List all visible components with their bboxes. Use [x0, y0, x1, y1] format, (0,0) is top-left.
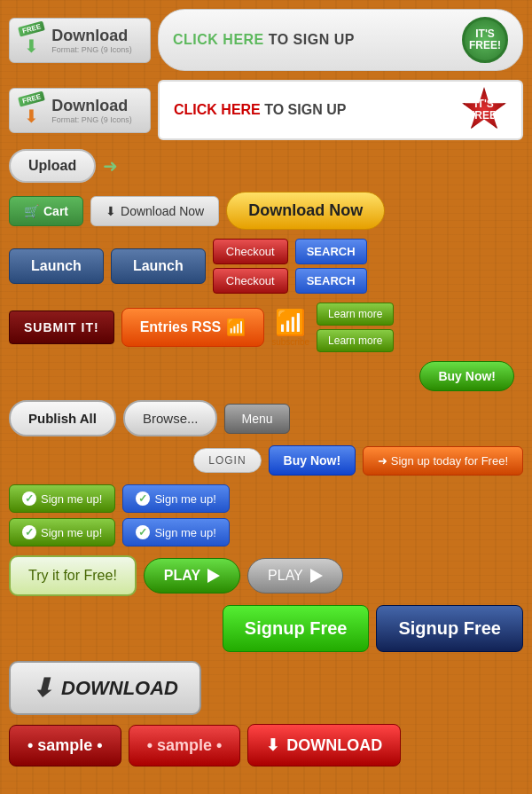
download-big-label: DOWNLOAD	[61, 677, 178, 700]
launch-button-1[interactable]: Launch	[9, 248, 104, 284]
download-now-yellow-button[interactable]: Download Now	[226, 192, 385, 230]
sign-me-up-blue-1[interactable]: ✓ Sign me up!	[122, 484, 229, 513]
download-now-gray-label: Download Now	[121, 204, 204, 218]
try-it-free-button[interactable]: Try it for Free!	[9, 555, 137, 596]
sample-button-2[interactable]: • sample •	[129, 725, 241, 766]
rss-icon: 📶	[275, 308, 306, 337]
rss-subscribe-block: 📶 subscribe	[271, 308, 309, 347]
learn-more-button-2[interactable]: Learn more	[317, 329, 394, 352]
checkout-column: Checkout Checkout	[213, 239, 288, 294]
download-icon-2: FREE ⬇	[19, 94, 44, 127]
learn-more-column: Learn more Learn more	[317, 303, 394, 352]
download-red-button[interactable]: ⬇ DOWNLOAD	[247, 724, 401, 766]
free-tag-1: FREE	[18, 20, 45, 36]
row-14: • sample • • sample • ⬇ DOWNLOAD	[9, 724, 523, 766]
signup-text-2: CLICK HERE TO SIGN UP	[174, 102, 346, 118]
play-gray-label: PLAY	[268, 568, 303, 584]
download-icon-1: FREE ⬇	[19, 24, 44, 57]
play-gray-button[interactable]: PLAY	[247, 558, 343, 594]
entries-rss-label: Entries RSS	[140, 319, 222, 335]
arrow-right-icon: ➜	[103, 155, 118, 177]
play-triangle-icon-gray	[310, 569, 323, 583]
sample-button-1[interactable]: • sample •	[9, 725, 121, 766]
download-text-1: Download Format: PNG (9 Icons)	[51, 27, 132, 54]
click-here-2: CLICK HERE	[174, 102, 261, 117]
buy-now-green-button[interactable]: Buy Now!	[419, 361, 514, 391]
entries-rss-button[interactable]: Entries RSS 📶	[121, 308, 265, 347]
row-4: 🛒 Cart ⬇ Download Now Download Now	[9, 192, 523, 230]
checkout-button-1[interactable]: Checkout	[213, 239, 288, 264]
launch-button-2[interactable]: Launch	[111, 248, 206, 284]
checkmark-icon-1: ✓	[22, 491, 36, 506]
browse-button[interactable]: Browse...	[123, 400, 218, 436]
menu-button[interactable]: Menu	[224, 404, 289, 434]
play-green-label: PLAY	[164, 568, 200, 584]
sign-me-up-blue-1-label: Sign me up!	[154, 492, 215, 506]
arrow-down-icon-2: ⬇	[24, 106, 39, 127]
play-triangle-icon	[207, 569, 220, 583]
download-btn-1[interactable]: FREE ⬇ Download Format: PNG (9 Icons)	[9, 18, 151, 63]
cart-button[interactable]: 🛒 Cart	[9, 196, 83, 226]
itsfree-badge-1: IT'SFREE!	[462, 17, 508, 63]
sign-me-up-green-1[interactable]: ✓ Sign me up!	[9, 484, 115, 513]
search-button-1[interactable]: SEARCH	[295, 239, 367, 264]
signup-free-dark-button[interactable]: Signup Free	[376, 605, 523, 652]
checkmark-icon-2: ✓	[22, 525, 36, 539]
download-now-gray-button[interactable]: ⬇ Download Now	[90, 196, 219, 226]
download-title-2: Download	[51, 97, 132, 115]
login-wrapper: LOGIN	[9, 448, 262, 473]
signup-today-button[interactable]: ➜ Sign up today for Free!	[363, 446, 523, 476]
row-11: Try it for Free! PLAY PLAY	[9, 555, 523, 596]
signmeup-green-col: ✓ Sign me up! ✓ Sign me up!	[9, 484, 115, 546]
sign-me-up-blue-2-label: Sign me up!	[154, 526, 215, 539]
download-btn-2[interactable]: FREE ⬇ Download Format: PNG (9 Icons)	[9, 88, 151, 133]
rss-feed-icon: 📶	[226, 318, 246, 337]
upload-button[interactable]: Upload	[9, 149, 96, 183]
row-9: LOGIN Buy Now! ➜ Sign up today for Free!	[9, 445, 523, 476]
row-2: FREE ⬇ Download Format: PNG (9 Icons) CL…	[9, 80, 523, 140]
download-big-button[interactable]: ⬇ DOWNLOAD	[9, 661, 201, 715]
row-12: Signup Free Signup Free	[9, 605, 523, 652]
download-subtitle-1: Format: PNG (9 Icons)	[51, 45, 132, 54]
free-tag-2: FREE	[18, 90, 45, 106]
login-button[interactable]: LOGIN	[193, 448, 261, 473]
signup-free-green-button[interactable]: Signup Free	[223, 605, 370, 652]
download-title-1: Download	[51, 27, 132, 45]
submit-it-button[interactable]: SUBMIT IT!	[9, 311, 114, 344]
rss-subscribe-label: subscribe	[271, 337, 309, 347]
play-green-button[interactable]: PLAY	[144, 558, 240, 594]
signup-btn-1[interactable]: CLICK HERE TO SIGN UP IT'SFREE!	[158, 9, 523, 71]
sign-me-up-green-1-label: Sign me up!	[41, 492, 102, 506]
row-8: Publish All Browse... Menu	[9, 400, 523, 436]
checkout-button-2[interactable]: Checkout	[213, 268, 288, 294]
search-button-2[interactable]: SEARCH	[295, 268, 367, 294]
cart-label: Cart	[43, 204, 68, 218]
search-column: SEARCH SEARCH	[295, 239, 367, 294]
row-5: Launch Launch Checkout Checkout SEARCH S…	[9, 239, 523, 294]
publish-all-button[interactable]: Publish All	[9, 400, 116, 436]
row-3: Upload ➜	[9, 149, 523, 183]
checkmark-icon-4: ✓	[136, 525, 150, 539]
signmeup-blue-col: ✓ Sign me up! ✓ Sign me up!	[122, 484, 229, 546]
signup-text-1: CLICK HERE TO SIGN UP	[173, 32, 355, 48]
row-6: SUBMIT IT! Entries RSS 📶 📶 subscribe Lea…	[9, 303, 523, 352]
itsfree-badge-2: IT'SFREE!	[461, 87, 507, 133]
sign-me-up-green-2[interactable]: ✓ Sign me up!	[9, 518, 115, 546]
row-7: Buy Now!	[9, 361, 523, 391]
click-here-1: CLICK HERE	[173, 32, 264, 47]
row-10: ✓ Sign me up! ✓ Sign me up! ✓ Sign me up…	[9, 484, 523, 546]
sign-me-up-blue-2[interactable]: ✓ Sign me up!	[122, 518, 229, 546]
arrow-down-icon: ⬇	[24, 35, 39, 57]
sign-me-up-green-2-label: Sign me up!	[41, 526, 102, 539]
download-red-label: DOWNLOAD	[286, 736, 382, 755]
cart-icon: 🛒	[24, 204, 39, 218]
buy-now-blue-button[interactable]: Buy Now!	[269, 445, 356, 476]
checkmark-icon-3: ✓	[136, 491, 150, 506]
download-subtitle-2: Format: PNG (9 Icons)	[51, 115, 132, 124]
to-signup-2: TO SIGN UP	[264, 102, 346, 117]
signup-btn-2[interactable]: CLICK HERE TO SIGN UP IT'SFREE!	[158, 80, 523, 140]
download-arrow-icon: ⬇	[106, 204, 116, 218]
learn-more-button-1[interactable]: Learn more	[317, 303, 394, 326]
download-big-arrow-icon: ⬇	[32, 673, 52, 703]
download-text-2: Download Format: PNG (9 Icons)	[51, 97, 132, 124]
